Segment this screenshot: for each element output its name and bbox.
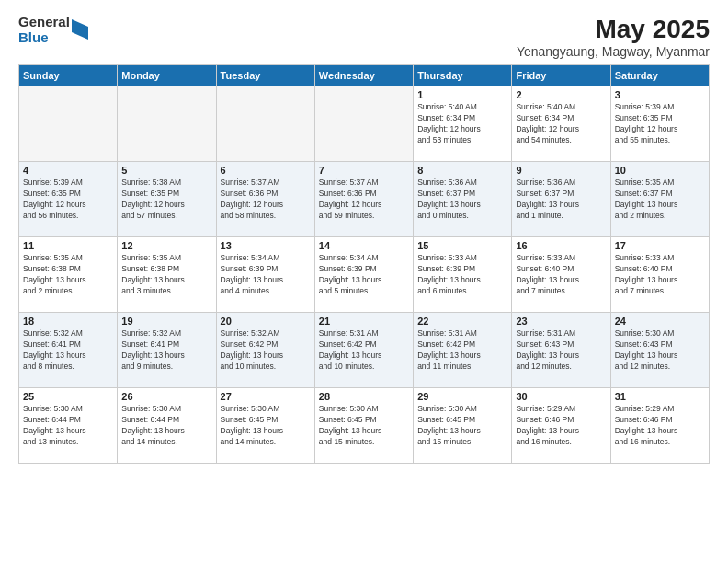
day-number: 17 — [615, 240, 705, 251]
day-info: Sunrise: 5:30 AM Sunset: 6:45 PM Dayligh… — [221, 404, 311, 448]
day-info: Sunrise: 5:34 AM Sunset: 6:39 PM Dayligh… — [221, 253, 311, 297]
table-row: 14Sunrise: 5:34 AM Sunset: 6:39 PM Dayli… — [314, 237, 413, 313]
table-row: 21Sunrise: 5:31 AM Sunset: 6:42 PM Dayli… — [314, 313, 413, 388]
table-row — [314, 86, 413, 162]
day-info: Sunrise: 5:39 AM Sunset: 6:35 PM Dayligh… — [23, 178, 113, 222]
table-row: 18Sunrise: 5:32 AM Sunset: 6:41 PM Dayli… — [19, 313, 118, 388]
table-row: 28Sunrise: 5:30 AM Sunset: 6:45 PM Dayli… — [314, 388, 413, 464]
header-row: Sunday Monday Tuesday Wednesday Thursday… — [19, 65, 710, 86]
table-row — [118, 86, 216, 162]
table-row: 4Sunrise: 5:39 AM Sunset: 6:35 PM Daylig… — [19, 162, 118, 237]
day-info: Sunrise: 5:31 AM Sunset: 6:43 PM Dayligh… — [516, 328, 606, 373]
day-number: 6 — [221, 165, 311, 176]
day-info: Sunrise: 5:32 AM Sunset: 6:41 PM Dayligh… — [121, 328, 211, 373]
header: General Blue May 2025 Yenangyaung, Magwa… — [18, 15, 710, 59]
day-info: Sunrise: 5:37 AM Sunset: 6:36 PM Dayligh… — [319, 178, 409, 222]
day-info: Sunrise: 5:40 AM Sunset: 6:34 PM Dayligh… — [417, 102, 507, 146]
day-number: 12 — [121, 240, 211, 251]
day-info: Sunrise: 5:33 AM Sunset: 6:40 PM Dayligh… — [516, 253, 606, 297]
table-row: 23Sunrise: 5:31 AM Sunset: 6:43 PM Dayli… — [512, 313, 610, 388]
col-thursday: Thursday — [414, 65, 512, 86]
day-number: 31 — [615, 391, 705, 402]
table-row: 11Sunrise: 5:35 AM Sunset: 6:38 PM Dayli… — [19, 237, 118, 313]
day-number: 23 — [516, 316, 606, 327]
calendar-week-5: 25Sunrise: 5:30 AM Sunset: 6:44 PM Dayli… — [19, 388, 710, 464]
col-friday: Friday — [512, 65, 610, 86]
table-row — [19, 86, 118, 162]
calendar: Sunday Monday Tuesday Wednesday Thursday… — [18, 64, 710, 464]
table-row: 2Sunrise: 5:40 AM Sunset: 6:34 PM Daylig… — [512, 86, 610, 162]
day-number: 3 — [615, 89, 705, 100]
day-number: 26 — [121, 391, 211, 402]
day-info: Sunrise: 5:32 AM Sunset: 6:42 PM Dayligh… — [221, 328, 311, 373]
logo-text: General Blue — [18, 15, 70, 45]
calendar-week-2: 4Sunrise: 5:39 AM Sunset: 6:35 PM Daylig… — [19, 162, 710, 237]
title-block: May 2025 Yenangyaung, Magway, Myanmar — [517, 15, 710, 59]
day-number: 27 — [221, 391, 311, 402]
calendar-week-1: 1Sunrise: 5:40 AM Sunset: 6:34 PM Daylig… — [19, 86, 710, 162]
day-info: Sunrise: 5:35 AM Sunset: 6:38 PM Dayligh… — [23, 253, 113, 297]
day-info: Sunrise: 5:33 AM Sunset: 6:39 PM Dayligh… — [417, 253, 507, 297]
day-number: 19 — [121, 316, 211, 327]
table-row: 26Sunrise: 5:30 AM Sunset: 6:44 PM Dayli… — [118, 388, 216, 464]
day-number: 1 — [417, 89, 507, 100]
day-number: 28 — [319, 391, 409, 402]
table-row: 3Sunrise: 5:39 AM Sunset: 6:35 PM Daylig… — [610, 86, 709, 162]
calendar-week-3: 11Sunrise: 5:35 AM Sunset: 6:38 PM Dayli… — [19, 237, 710, 313]
day-number: 29 — [417, 391, 507, 402]
table-row: 16Sunrise: 5:33 AM Sunset: 6:40 PM Dayli… — [512, 237, 610, 313]
day-info: Sunrise: 5:30 AM Sunset: 6:44 PM Dayligh… — [23, 404, 113, 448]
table-row: 6Sunrise: 5:37 AM Sunset: 6:36 PM Daylig… — [216, 162, 314, 237]
col-tuesday: Tuesday — [216, 65, 314, 86]
table-row: 1Sunrise: 5:40 AM Sunset: 6:34 PM Daylig… — [414, 86, 512, 162]
day-number: 24 — [615, 316, 705, 327]
day-number: 9 — [516, 165, 606, 176]
logo-blue: Blue — [18, 30, 70, 46]
day-info: Sunrise: 5:35 AM Sunset: 6:37 PM Dayligh… — [615, 178, 705, 222]
table-row — [216, 86, 314, 162]
day-number: 20 — [221, 316, 311, 327]
day-number: 4 — [23, 165, 113, 176]
day-number: 8 — [417, 165, 507, 176]
month-title: May 2025 — [517, 15, 710, 44]
table-row: 22Sunrise: 5:31 AM Sunset: 6:42 PM Dayli… — [414, 313, 512, 388]
day-info: Sunrise: 5:39 AM Sunset: 6:35 PM Dayligh… — [615, 102, 705, 146]
col-monday: Monday — [118, 65, 216, 86]
day-info: Sunrise: 5:36 AM Sunset: 6:37 PM Dayligh… — [516, 178, 606, 222]
table-row: 7Sunrise: 5:37 AM Sunset: 6:36 PM Daylig… — [314, 162, 413, 237]
table-row: 27Sunrise: 5:30 AM Sunset: 6:45 PM Dayli… — [216, 388, 314, 464]
day-info: Sunrise: 5:31 AM Sunset: 6:42 PM Dayligh… — [319, 328, 409, 373]
day-info: Sunrise: 5:36 AM Sunset: 6:37 PM Dayligh… — [417, 178, 507, 222]
table-row: 10Sunrise: 5:35 AM Sunset: 6:37 PM Dayli… — [610, 162, 709, 237]
table-row: 5Sunrise: 5:38 AM Sunset: 6:35 PM Daylig… — [118, 162, 216, 237]
col-saturday: Saturday — [610, 65, 709, 86]
table-row: 25Sunrise: 5:30 AM Sunset: 6:44 PM Dayli… — [19, 388, 118, 464]
table-row: 29Sunrise: 5:30 AM Sunset: 6:45 PM Dayli… — [414, 388, 512, 464]
logo-icon — [72, 19, 88, 40]
subtitle: Yenangyaung, Magway, Myanmar — [517, 44, 710, 59]
day-number: 30 — [516, 391, 606, 402]
day-number: 16 — [516, 240, 606, 251]
day-info: Sunrise: 5:30 AM Sunset: 6:44 PM Dayligh… — [121, 404, 211, 448]
table-row: 9Sunrise: 5:36 AM Sunset: 6:37 PM Daylig… — [512, 162, 610, 237]
table-row: 12Sunrise: 5:35 AM Sunset: 6:38 PM Dayli… — [118, 237, 216, 313]
col-wednesday: Wednesday — [314, 65, 413, 86]
table-row: 19Sunrise: 5:32 AM Sunset: 6:41 PM Dayli… — [118, 313, 216, 388]
day-info: Sunrise: 5:30 AM Sunset: 6:45 PM Dayligh… — [417, 404, 507, 448]
table-row: 15Sunrise: 5:33 AM Sunset: 6:39 PM Dayli… — [414, 237, 512, 313]
logo-general: General — [18, 15, 70, 30]
day-info: Sunrise: 5:37 AM Sunset: 6:36 PM Dayligh… — [221, 178, 311, 222]
day-number: 11 — [23, 240, 113, 251]
table-row: 8Sunrise: 5:36 AM Sunset: 6:37 PM Daylig… — [414, 162, 512, 237]
table-row: 13Sunrise: 5:34 AM Sunset: 6:39 PM Dayli… — [216, 237, 314, 313]
logo: General Blue — [18, 15, 88, 45]
table-row: 31Sunrise: 5:29 AM Sunset: 6:46 PM Dayli… — [610, 388, 709, 464]
day-number: 22 — [417, 316, 507, 327]
day-info: Sunrise: 5:30 AM Sunset: 6:45 PM Dayligh… — [319, 404, 409, 448]
col-sunday: Sunday — [19, 65, 118, 86]
day-info: Sunrise: 5:32 AM Sunset: 6:41 PM Dayligh… — [23, 328, 113, 373]
table-row: 20Sunrise: 5:32 AM Sunset: 6:42 PM Dayli… — [216, 313, 314, 388]
svg-marker-0 — [72, 19, 88, 40]
day-number: 13 — [221, 240, 311, 251]
day-info: Sunrise: 5:29 AM Sunset: 6:46 PM Dayligh… — [615, 404, 705, 448]
